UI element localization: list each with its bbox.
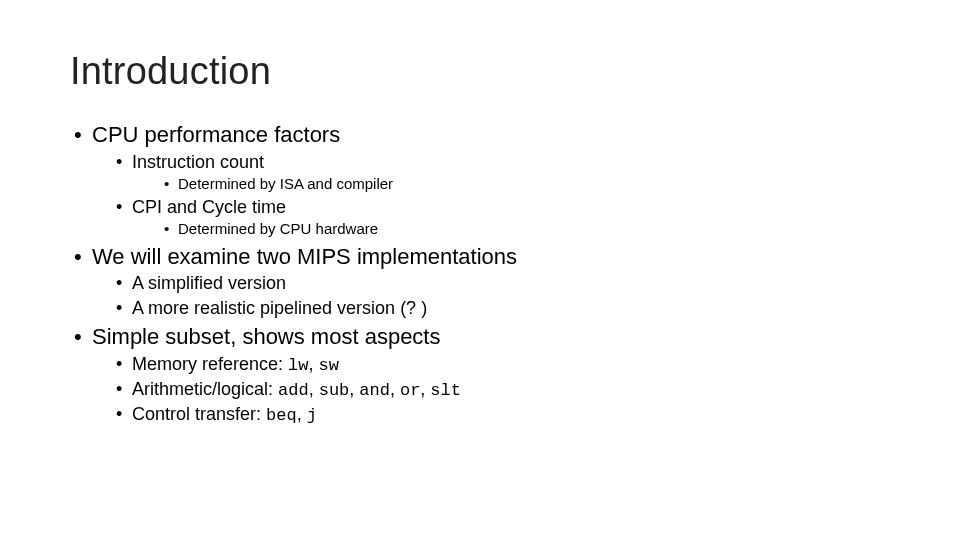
code: beq bbox=[266, 406, 297, 425]
slide: Introduction CPU performance factors Ins… bbox=[0, 0, 960, 458]
code: or bbox=[400, 381, 420, 400]
bullet-text: Simple subset, shows most aspects bbox=[92, 324, 440, 349]
label: Memory reference: bbox=[132, 354, 288, 374]
code: lw bbox=[288, 356, 308, 375]
sep: , bbox=[309, 379, 319, 399]
bullet-control-transfer: Control transfer: beq, j bbox=[110, 403, 890, 426]
bullet-pipelined-version: A more realistic pipelined version (? ) bbox=[110, 297, 890, 320]
code: slt bbox=[430, 381, 461, 400]
bullet-list: CPU performance factors Instruction coun… bbox=[70, 121, 890, 426]
code: add bbox=[278, 381, 309, 400]
bullet-instruction-count: Instruction count Determined by ISA and … bbox=[110, 151, 890, 194]
sep: , bbox=[297, 404, 307, 424]
bullet-text: CPU performance factors bbox=[92, 122, 340, 147]
sep: , bbox=[390, 379, 400, 399]
sep: , bbox=[349, 379, 359, 399]
bullet-memory-reference: Memory reference: lw, sw bbox=[110, 353, 890, 376]
sep: , bbox=[308, 354, 318, 374]
bullet-simple-subset: Simple subset, shows most aspects Memory… bbox=[70, 323, 890, 426]
code: and bbox=[359, 381, 390, 400]
bullet-isa-compiler: Determined by ISA and compiler bbox=[156, 174, 890, 194]
bullet-cpu-hardware: Determined by CPU hardware bbox=[156, 219, 890, 239]
code: j bbox=[307, 406, 317, 425]
bullet-arithmetic-logical: Arithmetic/logical: add, sub, and, or, s… bbox=[110, 378, 890, 401]
label: Arithmetic/logical: bbox=[132, 379, 278, 399]
bullet-cpi-cycle: CPI and Cycle time Determined by CPU har… bbox=[110, 196, 890, 239]
sep: , bbox=[420, 379, 430, 399]
slide-title: Introduction bbox=[70, 50, 890, 93]
bullet-text: Instruction count bbox=[132, 152, 264, 172]
bullet-cpu-performance: CPU performance factors Instruction coun… bbox=[70, 121, 890, 239]
code: sw bbox=[318, 356, 338, 375]
label: Control transfer: bbox=[132, 404, 266, 424]
bullet-simplified-version: A simplified version bbox=[110, 272, 890, 295]
bullet-mips-implementations: We will examine two MIPS implementations… bbox=[70, 243, 890, 320]
code: sub bbox=[319, 381, 350, 400]
bullet-text: We will examine two MIPS implementations bbox=[92, 244, 517, 269]
bullet-text: CPI and Cycle time bbox=[132, 197, 286, 217]
